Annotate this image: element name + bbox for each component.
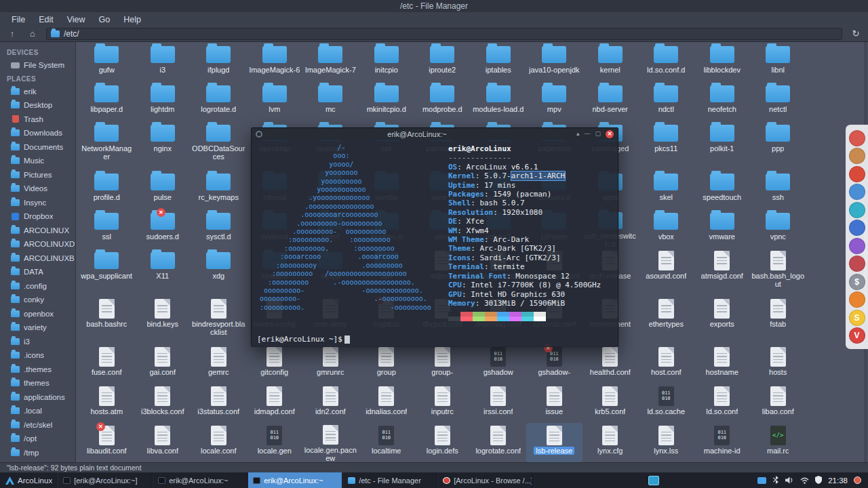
workspace-indicator-icon[interactable] [648, 476, 659, 485]
maximize-icon[interactable]: ▢ [595, 128, 601, 140]
dock-app-9-icon[interactable]: $ [849, 274, 865, 290]
file-item[interactable]: ndctl [638, 81, 694, 121]
up-icon[interactable]: ↑ [5, 28, 19, 40]
window-titlebar[interactable]: /etc - File Manager [0, 0, 868, 12]
file-item[interactable]: 011010locale.gen [247, 423, 303, 462]
sidebar-item-erik[interactable]: erik [0, 85, 75, 99]
file-item[interactable]: skel [638, 169, 694, 209]
file-item[interactable]: X11 [135, 248, 191, 296]
sidebar-item-file-system[interactable]: File System [0, 58, 75, 73]
file-item[interactable]: ImageMagick-6 [247, 42, 303, 81]
file-item[interactable]: bindresvport.blacklist [191, 296, 247, 344]
file-item[interactable]: healthd.conf [583, 344, 639, 384]
file-item[interactable]: 011010✕gshadow- [526, 344, 583, 384]
file-item[interactable]: kernel [583, 42, 639, 81]
file-item[interactable]: libblockdev [694, 42, 751, 81]
file-item[interactable]: idn2.conf [302, 384, 359, 423]
sidebar-item-documents[interactable]: Documents [0, 140, 75, 155]
file-item[interactable]: idmapd.conf [247, 384, 303, 423]
file-item[interactable]: java10-openjdk [526, 42, 583, 81]
dock-app-3-icon[interactable] [849, 166, 865, 182]
dock-app-1-icon[interactable] [849, 130, 865, 146]
file-item[interactable]: ssl [79, 209, 135, 248]
sidebar-item-openbox[interactable]: openbox [0, 307, 75, 321]
terminal-titlebar[interactable]: erik@ArcoLinux:~ ▴ — ▢ ✕ [252, 128, 618, 140]
file-item[interactable]: pulse [135, 169, 191, 209]
notification-icon[interactable] [854, 476, 861, 484]
file-item[interactable]: atmsigd.conf [694, 248, 751, 296]
file-item[interactable]: mkinitcpio.d [359, 81, 415, 121]
sidebar-item--local[interactable]: .local [0, 404, 75, 418]
file-item[interactable]: hosts [750, 344, 806, 384]
bluetooth-icon[interactable] [772, 474, 779, 487]
dock-app-6-icon[interactable] [849, 220, 865, 236]
file-item[interactable]: issue [526, 384, 583, 423]
file-item[interactable]: ODBCDataSources [191, 121, 247, 169]
file-item[interactable]: i3blocks.conf [135, 384, 191, 423]
file-item[interactable]: group- [414, 344, 471, 384]
file-item[interactable]: group [359, 344, 415, 384]
file-item[interactable]: libpaper.d [79, 81, 135, 121]
sidebar-item--tmp[interactable]: /tmp [0, 446, 75, 460]
file-item[interactable]: initcpio [359, 42, 415, 81]
file-item[interactable]: fuse.conf [79, 344, 135, 384]
file-item[interactable]: vpnc [750, 209, 806, 248]
dock-app-8-icon[interactable] [849, 256, 865, 272]
file-item[interactable]: gitconfig [247, 344, 303, 384]
file-item[interactable]: fstab [750, 296, 806, 344]
clock[interactable]: 21:38 [828, 476, 848, 485]
sidebar-item-arcolinux[interactable]: ARCOLINUX [0, 224, 75, 238]
file-item[interactable]: ImageMagick-7 [302, 42, 359, 81]
file-item[interactable]: exports [694, 296, 751, 344]
sidebar-item-conky[interactable]: conky [0, 293, 75, 307]
display-icon[interactable] [757, 477, 766, 484]
taskbar-window-button[interactable]: /etc - File Manager [342, 472, 437, 488]
file-item[interactable]: logrotate.conf [471, 423, 527, 462]
file-item[interactable]: idnalias.conf [359, 384, 415, 423]
file-item[interactable]: gemrc [191, 344, 247, 384]
file-item[interactable]: NetworkManager [79, 121, 135, 169]
taskbar-window-button[interactable]: erik@ArcoLinux:~ [248, 472, 342, 488]
sidebar-item-insync[interactable]: Insync [0, 196, 75, 210]
sidebar-item-videos[interactable]: Videos [0, 182, 75, 196]
sidebar-item--themes[interactable]: .themes [0, 363, 75, 377]
file-item[interactable]: gufw [79, 42, 135, 81]
sidebar-item-arcolinuxb[interactable]: ARCOLINUXB [0, 251, 75, 266]
file-item[interactable]: asound.conf [638, 248, 694, 296]
file-item[interactable]: nginx [135, 121, 191, 169]
terminal-window[interactable]: erik@ArcoLinux:~ ▴ — ▢ ✕ /- ooo: yoooo/ … [251, 127, 618, 347]
file-item[interactable]: irssi.conf [471, 384, 527, 423]
file-item[interactable]: modules-load.d [471, 81, 527, 121]
sidebar-item-arcolinuxd[interactable]: ARCOLINUXD [0, 237, 75, 251]
file-item[interactable]: locale.gen.pacnew [302, 423, 359, 462]
network-icon[interactable] [800, 474, 809, 487]
applications-menu-button[interactable]: ArcoLinux [0, 472, 58, 488]
file-item[interactable]: 011010gshadow [471, 344, 527, 384]
file-item[interactable]: vbox [638, 209, 694, 248]
keep-above-icon[interactable]: ▴ [576, 128, 580, 140]
file-item[interactable]: iproute2 [414, 42, 471, 81]
file-item[interactable]: i3 [135, 42, 191, 81]
sidebar-item--icons[interactable]: .icons [0, 348, 75, 363]
file-item[interactable]: ✕libaudit.conf [79, 423, 135, 462]
sidebar-item-i3[interactable]: i3 [0, 335, 75, 349]
file-item[interactable]: hosts.atm [79, 384, 135, 423]
file-item[interactable]: mc [302, 81, 359, 121]
dock-app-10-icon[interactable] [849, 291, 865, 308]
file-item[interactable]: ifplugd [191, 42, 247, 81]
taskbar-window-button[interactable]: [ArcoLinux - Browse /...] [437, 472, 532, 488]
file-item[interactable]: lynx.lss [638, 423, 694, 462]
file-item[interactable]: polkit-1 [694, 121, 751, 169]
menu-edit[interactable]: Edit [33, 14, 60, 26]
sidebar-item-music[interactable]: Music [0, 154, 75, 168]
file-item[interactable]: logrotate.d [191, 81, 247, 121]
sidebar-item-applications[interactable]: applications [0, 390, 75, 405]
file-item[interactable]: i3status.conf [191, 384, 247, 423]
file-item[interactable]: gmrunrc [302, 344, 359, 384]
file-item[interactable]: libao.conf [750, 384, 806, 423]
menu-help[interactable]: Help [117, 14, 147, 26]
taskbar-window-button[interactable]: erik@ArcoLinux:~ [153, 472, 248, 488]
reload-icon[interactable]: ↻ [849, 28, 863, 40]
dock-app-2-icon[interactable] [849, 148, 865, 164]
close-button[interactable]: ✕ [606, 130, 614, 138]
